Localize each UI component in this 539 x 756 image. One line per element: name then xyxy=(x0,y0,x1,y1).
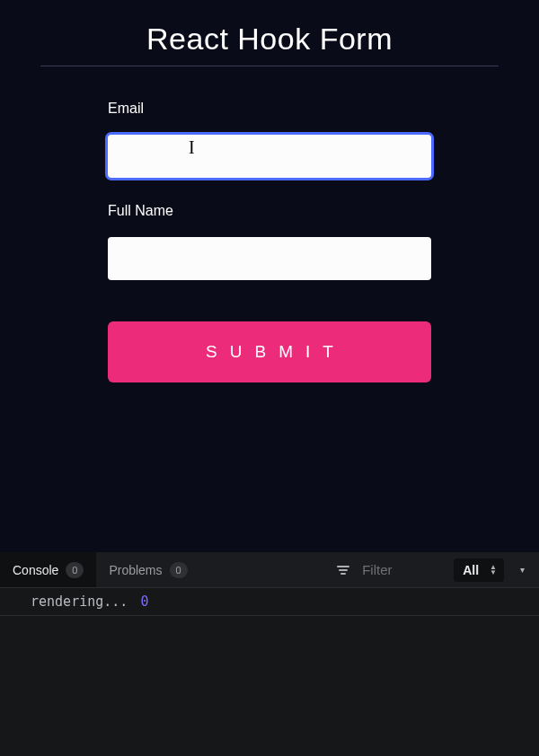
email-label: Email xyxy=(108,101,431,117)
form: Email I Full Name SUBMIT xyxy=(108,101,431,382)
tab-problems[interactable]: Problems 0 xyxy=(96,552,199,587)
fullname-field[interactable] xyxy=(108,237,431,280)
log-level-select[interactable]: All ▲▼ xyxy=(454,558,504,582)
devtools-toolbar: All ▲▼ ▾ xyxy=(337,552,539,587)
log-entry: rendering... 0 xyxy=(0,588,539,616)
app-pane: React Hook Form Email I Full Name SUBMIT xyxy=(0,0,539,552)
console-output[interactable]: rendering... 0 xyxy=(0,588,539,756)
select-updown-icon: ▲▼ xyxy=(490,565,497,576)
problems-count-badge: 0 xyxy=(170,562,188,578)
submit-button[interactable]: SUBMIT xyxy=(108,321,431,382)
log-value: 0 xyxy=(140,593,148,610)
spacer xyxy=(108,178,431,203)
chevron-down-icon[interactable]: ▾ xyxy=(515,565,530,575)
tab-console-label: Console xyxy=(13,563,58,577)
title-divider xyxy=(40,66,499,66)
devtools-tabbar: Console 0 Problems 0 All ▲▼ ▾ xyxy=(0,552,539,588)
log-message: rendering... xyxy=(31,593,128,610)
email-field[interactable] xyxy=(108,135,431,178)
console-count-badge: 0 xyxy=(66,562,84,578)
filter-icon[interactable] xyxy=(337,565,351,576)
filter-input[interactable] xyxy=(362,562,443,577)
log-level-value: All xyxy=(463,563,479,577)
page-title: React Hook Form xyxy=(146,22,393,57)
tab-console[interactable]: Console 0 xyxy=(0,552,96,587)
fullname-label: Full Name xyxy=(108,203,431,219)
devtools-panel: Console 0 Problems 0 All ▲▼ ▾ rendering.… xyxy=(0,552,539,756)
tab-problems-label: Problems xyxy=(109,563,162,577)
